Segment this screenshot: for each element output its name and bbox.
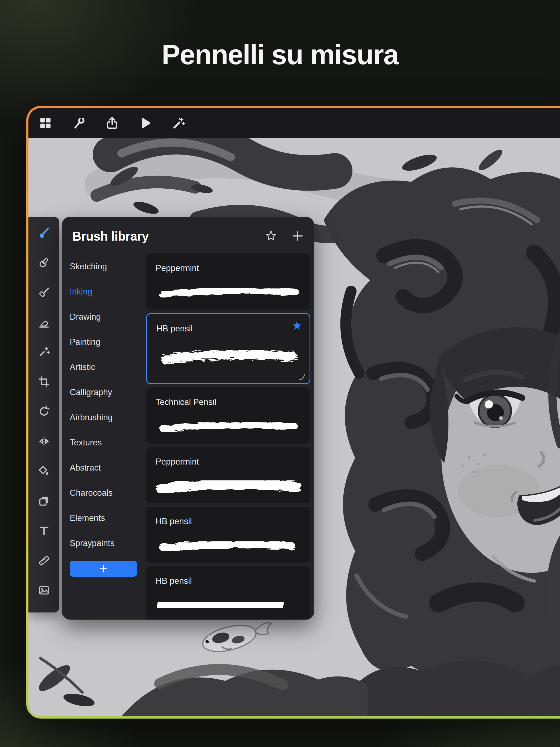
brush-category-list: Sketching Inking Drawing Painting Artist… [70, 254, 142, 556]
page-title: Pennelli su misura [0, 39, 560, 71]
image-icon [38, 584, 50, 597]
play-button[interactable] [137, 114, 154, 132]
resize-handle [298, 374, 305, 381]
category-calligraphy[interactable]: Calligraphy [70, 380, 142, 405]
category-textures[interactable]: Textures [70, 430, 142, 455]
ruler-tool-button[interactable] [35, 552, 53, 569]
tool-sidebar [28, 217, 59, 613]
brush-card[interactable]: Peppermint [146, 447, 310, 504]
category-spraypaints[interactable]: Spraypaints [70, 531, 142, 556]
image-tool-button[interactable] [35, 582, 53, 599]
brush-card[interactable]: HB pensil [146, 566, 310, 620]
category-inking[interactable]: Inking [70, 279, 142, 304]
brush-stroke-preview [156, 413, 302, 443]
category-drawing[interactable]: Drawing [70, 304, 142, 330]
device-frame: Brush library Sketching Inking Drawing P… [26, 106, 560, 719]
eraser-icon [38, 316, 50, 328]
plus-icon [291, 230, 304, 242]
brush-list: Peppermint HB pensil [146, 254, 310, 620]
canvas[interactable]: Brush library Sketching Inking Drawing P… [28, 138, 560, 716]
adjustments-button[interactable] [170, 114, 187, 132]
category-painting[interactable]: Painting [70, 330, 142, 355]
brush-card-selected[interactable]: HB pensil [146, 313, 310, 384]
text-icon [38, 524, 50, 537]
ruler-icon [38, 554, 50, 567]
star-icon [265, 230, 277, 242]
brush-name: HB pensil [156, 516, 302, 526]
smudge-icon [38, 256, 50, 269]
panel-title: Brush library [72, 229, 149, 243]
brush-name: Peppermint [156, 457, 302, 467]
rotate-arrow-icon [38, 405, 50, 418]
layers-icon [38, 495, 50, 507]
add-category-button[interactable] [70, 561, 137, 577]
sparkle-wand-icon [38, 345, 50, 358]
brush-library-panel: Brush library Sketching Inking Drawing P… [62, 217, 314, 620]
favorite-star-icon[interactable] [291, 320, 302, 331]
brush-card[interactable]: Peppermint [146, 254, 310, 310]
flat-brush-icon [38, 286, 50, 299]
layers-tool-button[interactable] [35, 492, 53, 510]
category-airbrushing[interactable]: Airbrushing [70, 405, 142, 430]
crop-tool-button[interactable] [35, 373, 53, 390]
adjustments-tool-button[interactable] [35, 343, 53, 361]
brush-icon [38, 226, 50, 239]
share-icon [105, 116, 119, 130]
favorite-brushes-button[interactable] [264, 229, 278, 243]
fill-tool-button[interactable] [35, 462, 53, 480]
play-icon [138, 116, 152, 130]
magic-wand-icon [172, 116, 186, 130]
brush-stroke-preview [156, 279, 302, 309]
brush-stroke-preview [156, 591, 302, 620]
new-brush-button[interactable] [291, 229, 305, 243]
category-artistic[interactable]: Artistic [70, 355, 142, 380]
app-toolbar [28, 108, 560, 138]
actions-button[interactable] [70, 114, 87, 132]
category-abstract[interactable]: Abstract [70, 455, 142, 481]
plus-icon [98, 564, 108, 574]
transform-tool-button[interactable] [35, 403, 53, 420]
wrench-icon [72, 116, 85, 130]
color-drop-icon [38, 465, 50, 478]
brush-stroke-preview [156, 532, 302, 562]
gallery-icon [39, 116, 52, 130]
text-tool-button[interactable] [35, 522, 53, 539]
brush-name: HB pensil [156, 324, 301, 334]
smudge-tool-button[interactable] [35, 254, 53, 271]
brush-name: HB pensil [156, 576, 302, 586]
brush-stroke-preview [156, 472, 302, 503]
gallery-button[interactable] [36, 114, 54, 132]
brush-card[interactable]: HB pensil [146, 507, 310, 563]
share-button[interactable] [103, 114, 121, 132]
app-window: Brush library Sketching Inking Drawing P… [28, 108, 560, 716]
flat-brush-tool-button[interactable] [35, 284, 53, 301]
category-charocoals[interactable]: Charocoals [70, 481, 142, 506]
flip-icon [38, 435, 50, 447]
paint-tool-button[interactable] [35, 224, 53, 241]
category-sketching[interactable]: Sketching [70, 254, 142, 279]
flip-tool-button[interactable] [35, 433, 53, 450]
category-elements[interactable]: Elements [70, 506, 142, 531]
brush-name: Technical Pensil [156, 397, 302, 407]
brush-card[interactable]: Technical Pensil [146, 387, 310, 444]
brush-stroke-preview [156, 338, 301, 376]
page-background: Pennelli su misura [0, 0, 560, 747]
crop-icon [38, 376, 50, 388]
eraser-tool-button[interactable] [35, 313, 53, 331]
brush-name: Peppermint [156, 263, 302, 273]
